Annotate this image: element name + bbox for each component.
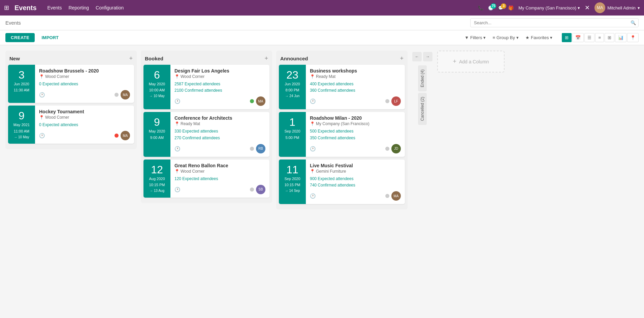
- kanban-board: New + 3 Jun 2020 11:30 AM Roadshow Bruss…: [0, 45, 644, 318]
- nav-links: Events Reporting Configuration: [47, 5, 124, 10]
- clock-icon[interactable]: 🕐: [174, 187, 180, 192]
- status-dot: [385, 99, 389, 103]
- map-view-button[interactable]: 📍: [627, 33, 639, 42]
- clock-icon[interactable]: 🕐: [310, 146, 316, 151]
- user-thumbnail: MA: [121, 90, 130, 99]
- graph-view-button[interactable]: 📊: [615, 33, 626, 42]
- card-month-year: Jun 2020: [285, 82, 300, 87]
- card-day: 9: [19, 110, 25, 121]
- card-day: 12: [151, 164, 163, 175]
- end-date-arrow: → 14 Sep: [285, 189, 300, 193]
- location-pin-icon: 📍: [174, 169, 180, 174]
- nav-reporting[interactable]: Reporting: [68, 5, 89, 10]
- status-dot: [250, 187, 254, 192]
- attendee-count: 270 Confirmed attendees: [174, 135, 265, 141]
- clock-icon[interactable]: 🕐: [310, 193, 316, 199]
- nav-configuration[interactable]: Configuration: [96, 5, 124, 10]
- collapse-right-button[interactable]: →: [423, 52, 432, 61]
- groupby-icon: ≡: [492, 35, 495, 40]
- collapse-left-button[interactable]: ←: [412, 52, 422, 61]
- clock-icon[interactable]: 🕐: [174, 146, 180, 151]
- gift-icon[interactable]: 🎁: [508, 5, 514, 10]
- user-area[interactable]: MA Mitchell Admin ▾: [594, 2, 640, 13]
- kanban-card[interactable]: 11 Sep 2020 10:15 PM → 14 Sep Live Music…: [279, 160, 405, 204]
- filter-group: ▼ Filters ▾ ≡ Group By ▾ ★ Favorites ▾: [462, 34, 555, 41]
- company-name: My Company (San Francisco): [518, 5, 576, 10]
- card-time: 11:30 AM: [14, 88, 29, 92]
- user-thumbnail: LF: [391, 96, 401, 106]
- chat-icon[interactable]: 💬 3: [498, 5, 504, 10]
- groupby-button[interactable]: ≡ Group By ▾: [490, 34, 521, 41]
- location-pin-icon: 📍: [310, 169, 315, 174]
- avatar: MA: [594, 2, 605, 13]
- card-attendees: 330 Expected attendees270 Confirmed atte…: [174, 128, 265, 141]
- card-body: Hockey Tournament 📍 Wood Corner 0 Expect…: [35, 106, 134, 144]
- list-view-button[interactable]: ☰: [584, 33, 594, 42]
- phone-icon[interactable]: 📞: [478, 5, 483, 10]
- card-body: Conference for Architects 📍 Ready Mat 33…: [170, 112, 269, 156]
- clock-icon[interactable]: 🕐: [39, 92, 45, 97]
- create-button[interactable]: CREATE: [5, 33, 35, 42]
- star-icon: ★: [525, 35, 529, 40]
- collapsed-col-0[interactable]: Ended (4): [418, 65, 427, 91]
- card-footer: 🕐 RB: [174, 144, 265, 153]
- company-selector[interactable]: My Company (San Francisco) ▾: [518, 5, 580, 10]
- card-location: 📍 Wood Corner: [174, 74, 265, 79]
- calendar-view-button[interactable]: 📅: [572, 33, 584, 42]
- location-pin-icon: 📍: [39, 115, 44, 120]
- col-add-button[interactable]: +: [400, 55, 404, 61]
- kanban-card[interactable]: 6 May 2020 10:00 AM → 10 May Design Fair…: [143, 65, 269, 109]
- user-name: Mitchell Admin: [607, 5, 636, 10]
- card-body: Business workshops 📍 Ready Mat 400 Expec…: [306, 65, 405, 109]
- col-add-button[interactable]: +: [129, 55, 133, 61]
- kanban-card[interactable]: 12 Aug 2020 10:15 PM → 13 Aug Great Reno…: [143, 160, 269, 198]
- company-chevron-icon: ▾: [578, 5, 580, 10]
- kanban-card[interactable]: 3 Jun 2020 11:30 AM Roadshow Brussels - …: [8, 65, 134, 103]
- user-thumbnail: MA: [256, 96, 265, 106]
- close-icon[interactable]: ✕: [585, 4, 590, 11]
- col-title: New: [9, 56, 20, 61]
- search-input[interactable]: [470, 18, 639, 27]
- end-date-arrow: → 10 May: [149, 94, 165, 98]
- attendee-count: 0 Expected attendees: [39, 81, 130, 87]
- nav-events[interactable]: Events: [47, 5, 62, 10]
- status-dot: [115, 134, 119, 138]
- location-pin-icon: 📍: [310, 121, 315, 126]
- search-icon[interactable]: 🔍: [631, 20, 636, 25]
- card-time: 5:00 PM: [286, 136, 299, 140]
- kanban-card[interactable]: 23 Jun 2020 8:00 PM → 24 Jun Business wo…: [279, 65, 405, 109]
- filters-button[interactable]: ▼ Filters ▾: [462, 34, 488, 41]
- activity-icon[interactable]: 🕐 75: [488, 5, 493, 10]
- add-column-plus-icon: +: [453, 58, 456, 65]
- card-month-year: May 2021: [13, 122, 30, 127]
- kanban-card[interactable]: 9 May 2021 11:00 AM → 10 May Hockey Tour…: [8, 106, 134, 144]
- clock-icon[interactable]: 🕐: [39, 133, 45, 138]
- col-add-button[interactable]: +: [264, 55, 268, 61]
- location-pin-icon: 📍: [310, 74, 315, 79]
- collapsed-col-1[interactable]: Cancelled (2): [418, 93, 427, 125]
- card-location: 📍 Wood Corner: [39, 115, 130, 120]
- card-time: 9:00 AM: [150, 136, 164, 140]
- kanban-card[interactable]: 9 May 2020 9:00 AM Conference for Archit…: [143, 112, 269, 156]
- card-time: 11:00 AM: [14, 129, 29, 133]
- listdetail-view-button[interactable]: ≡: [595, 33, 604, 42]
- app-grid-icon[interactable]: ⊞: [4, 4, 9, 11]
- pivot-view-button[interactable]: ⊞: [605, 33, 614, 42]
- card-title: Great Reno Ballon Race: [174, 163, 265, 168]
- clock-icon[interactable]: 🕐: [310, 98, 316, 104]
- favorites-button[interactable]: ★ Favorites ▾: [523, 34, 555, 41]
- add-column-button[interactable]: + Add a Column: [437, 51, 505, 73]
- import-button[interactable]: IMPORT: [37, 33, 63, 42]
- user-thumbnail: JD: [391, 144, 401, 153]
- card-footer: 🕐 MA: [39, 131, 130, 140]
- card-day: 9: [154, 117, 160, 127]
- card-date: 3 Jun 2020 11:30 AM: [8, 65, 35, 103]
- kanban-view-button[interactable]: ⊞: [562, 33, 572, 42]
- card-footer: 🕐 MA: [39, 90, 130, 99]
- kanban-card[interactable]: 1 Sep 2020 5:00 PM Roadshow Milan - 2020…: [279, 112, 405, 156]
- attendee-count: 2587 Expected attendees: [174, 81, 265, 87]
- card-month-year: Jun 2020: [14, 82, 29, 87]
- card-month-year: May 2020: [149, 82, 165, 87]
- card-day: 11: [286, 164, 298, 175]
- clock-icon[interactable]: 🕐: [174, 98, 180, 104]
